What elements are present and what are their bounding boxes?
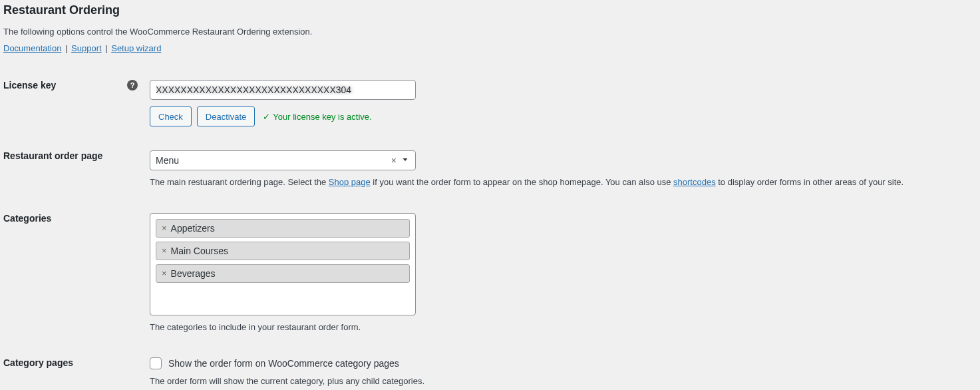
- link-separator: |: [61, 43, 71, 53]
- categories-description: The categories to include in your restau…: [150, 321, 977, 334]
- category-pages-checkbox-label: Show the order form on WooCommerce categ…: [168, 358, 399, 369]
- remove-icon[interactable]: ×: [162, 268, 167, 278]
- categories-label: Categories: [3, 213, 51, 224]
- category-tag-label: Main Courses: [171, 246, 228, 256]
- chevron-down-icon: [401, 155, 410, 166]
- category-pages-checkbox[interactable]: [150, 357, 162, 369]
- desc-text: The main restuarant ordering page. Selec…: [150, 177, 329, 187]
- intro-text: The following options control the WooCom…: [3, 27, 977, 37]
- shop-page-link[interactable]: Shop page: [329, 177, 371, 187]
- order-page-selected: Menu: [156, 155, 179, 166]
- clear-icon[interactable]: ×: [391, 155, 397, 166]
- desc-text: to display order forms in other areas of…: [716, 177, 904, 187]
- categories-multiselect[interactable]: × Appetizers × Main Courses × Beverages: [150, 213, 416, 315]
- license-key-input[interactable]: [150, 80, 416, 100]
- remove-icon[interactable]: ×: [162, 246, 167, 256]
- shortcodes-link[interactable]: shortcodes: [673, 177, 716, 187]
- category-tag: × Appetizers: [156, 219, 410, 238]
- license-status: ✓ Your license key is active.: [263, 112, 371, 122]
- category-pages-description: The order form will show the current cat…: [150, 375, 977, 388]
- order-page-select[interactable]: Menu ×: [150, 150, 416, 170]
- support-link[interactable]: Support: [71, 43, 102, 53]
- help-icon[interactable]: ?: [127, 80, 138, 91]
- link-separator: |: [102, 43, 112, 53]
- license-status-text: Your license key is active.: [273, 112, 371, 122]
- category-tag: × Beverages: [156, 264, 410, 283]
- remove-icon[interactable]: ×: [162, 223, 167, 233]
- documentation-link[interactable]: Documentation: [3, 43, 61, 53]
- check-button[interactable]: Check: [150, 106, 192, 126]
- desc-text: if you want the order form to appear on …: [371, 177, 673, 187]
- category-tag-label: Appetizers: [171, 223, 215, 234]
- checkmark-icon: ✓: [263, 112, 270, 122]
- deactivate-button[interactable]: Deactivate: [197, 106, 255, 126]
- category-tag: × Main Courses: [156, 242, 410, 260]
- category-tag-label: Beverages: [171, 268, 216, 279]
- setup-wizard-link[interactable]: Setup wizard: [111, 43, 161, 53]
- license-key-label: License key: [3, 80, 56, 91]
- page-title: Restaurant Ordering: [3, 3, 977, 17]
- order-page-description: The main restuarant ordering page. Selec…: [150, 176, 977, 189]
- category-pages-label: Category pages: [3, 357, 73, 368]
- order-page-label: Restaurant order page: [3, 150, 102, 161]
